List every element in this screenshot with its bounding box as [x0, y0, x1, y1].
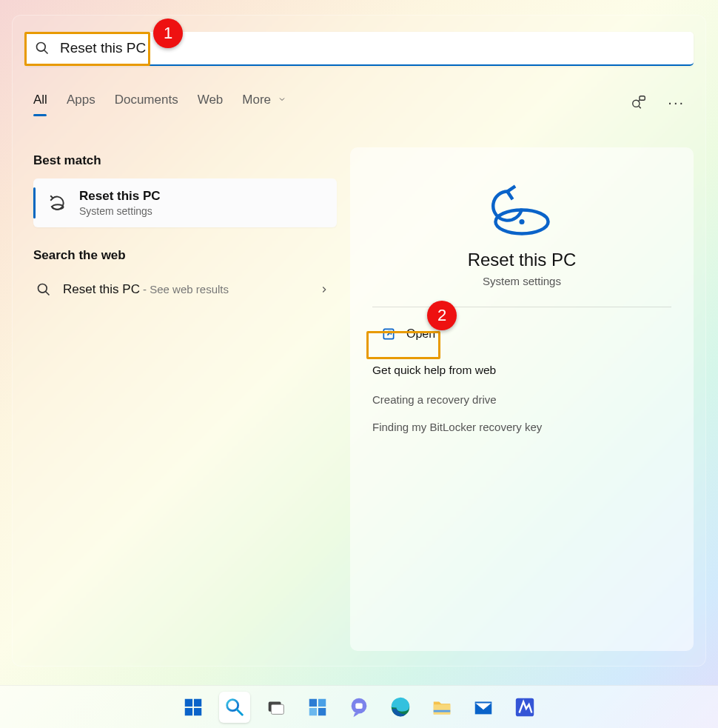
mail-icon [472, 696, 494, 718]
chat-icon [348, 696, 370, 718]
svg-rect-22 [309, 707, 317, 715]
reset-pc-icon [489, 177, 555, 236]
search-web-heading: Search the web [33, 248, 337, 263]
svg-rect-4 [640, 96, 645, 101]
taskview-icon [265, 696, 287, 718]
start-search-panel: 1 All Apps Documents Web More ··· Best m… [12, 15, 706, 667]
svg-line-3 [639, 107, 641, 109]
windows-icon [182, 696, 204, 718]
svg-point-0 [37, 43, 46, 52]
result-subtitle: System settings [79, 205, 161, 217]
web-result-suffix: - See web results [140, 283, 229, 295]
filter-tabs: All Apps Documents Web More ··· [33, 93, 685, 112]
search-bar[interactable] [24, 32, 694, 66]
taskbar-chat[interactable] [343, 692, 375, 723]
svg-rect-25 [355, 703, 362, 709]
more-options-button[interactable]: ··· [668, 94, 685, 111]
chevron-down-icon [278, 95, 286, 104]
svg-point-10 [519, 219, 524, 224]
taskbar-taskview[interactable] [261, 692, 292, 723]
tab-web[interactable]: Web [198, 93, 224, 112]
svg-line-17 [237, 709, 243, 715]
svg-rect-13 [194, 698, 201, 706]
svg-rect-12 [185, 698, 192, 706]
web-result-text: Reset this PC [63, 282, 140, 296]
widgets-icon [306, 696, 329, 718]
web-result-row[interactable]: Reset this PC - See web results [33, 273, 337, 306]
taskbar-widgets[interactable] [302, 692, 333, 723]
preview-card: Reset this PC System settings Open Get q… [350, 147, 694, 651]
tab-all[interactable]: All [33, 93, 47, 112]
result-title: Reset this PC [79, 189, 161, 204]
search-icon [36, 282, 51, 297]
svg-rect-28 [434, 709, 451, 712]
taskbar [0, 685, 718, 728]
svg-point-7 [38, 284, 47, 293]
svg-rect-23 [318, 707, 326, 715]
help-heading: Get quick help from web [372, 364, 496, 377]
open-label: Open [406, 327, 435, 341]
open-icon [381, 327, 396, 341]
svg-rect-15 [194, 707, 201, 715]
tab-apps[interactable]: Apps [67, 93, 95, 112]
taskbar-mail[interactable] [468, 692, 499, 723]
svg-rect-19 [271, 704, 283, 714]
best-match-result[interactable]: Reset this PC System settings [33, 178, 337, 227]
annotation-callout-2: 2 [427, 301, 457, 330]
svg-rect-21 [318, 698, 326, 706]
app-icon [514, 696, 536, 718]
best-match-heading: Best match [33, 153, 337, 168]
taskbar-app[interactable] [509, 692, 540, 723]
svg-rect-14 [185, 707, 192, 715]
search-icon [224, 696, 246, 718]
tab-more[interactable]: More [242, 93, 286, 112]
search-options-icon[interactable] [631, 94, 647, 110]
taskbar-start[interactable] [178, 692, 209, 723]
divider [372, 307, 671, 307]
taskbar-search[interactable] [219, 692, 250, 723]
preview-title: Reset this PC [468, 250, 577, 270]
search-input[interactable] [60, 40, 683, 56]
help-link-recovery-drive[interactable]: Creating a recovery drive [372, 393, 497, 406]
taskbar-explorer[interactable] [426, 692, 457, 723]
taskbar-edge[interactable] [385, 692, 416, 723]
chevron-right-icon [319, 284, 329, 295]
svg-rect-27 [434, 704, 451, 714]
edge-icon [389, 696, 412, 718]
svg-rect-20 [309, 698, 317, 706]
help-link-bitlocker[interactable]: Finding my BitLocker recovery key [372, 421, 542, 433]
folder-icon [431, 696, 453, 718]
results-column: Best match Reset this PC System settings… [33, 147, 337, 306]
annotation-callout-1: 1 [153, 19, 183, 48]
preview-subtitle: System settings [483, 275, 561, 287]
reset-icon [48, 193, 67, 213]
tab-documents[interactable]: Documents [115, 93, 178, 112]
svg-line-8 [46, 292, 50, 295]
svg-line-1 [44, 50, 48, 54]
search-icon [35, 41, 50, 56]
